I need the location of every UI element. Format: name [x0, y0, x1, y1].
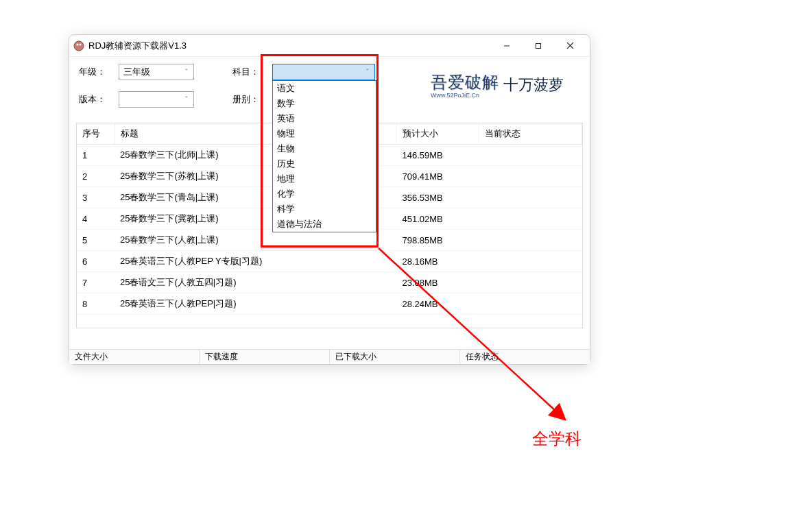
grade-value: 三年级: [123, 66, 150, 78]
cell-status: [479, 145, 582, 166]
status-dl-size: 已下载大小: [330, 350, 460, 364]
cell-size: 798.85MB: [397, 230, 479, 251]
chevron-down-icon: ˇ: [181, 69, 192, 76]
chevron-down-icon: ˇ: [362, 69, 373, 76]
grade-label: 年级：: [79, 66, 113, 78]
subject-option[interactable]: 英语: [273, 111, 376, 126]
subject-option[interactable]: 历史: [273, 156, 376, 171]
status-bar: 文件大小 下载速度 已下载大小 任务状态: [69, 349, 590, 364]
cell-status: [479, 187, 582, 208]
cell-status: [479, 251, 582, 272]
logo-right: 十万菠萝: [503, 75, 564, 95]
subject-label: 科目：: [232, 66, 267, 78]
version-label: 版本：: [79, 93, 113, 106]
status-task-status: 任务状态: [460, 350, 590, 364]
titlebar: RDJ教辅资源下载器V1.3: [69, 35, 590, 57]
close-button[interactable]: [554, 36, 586, 56]
cell-size: 451.02MB: [397, 208, 479, 230]
subject-option[interactable]: 化学: [273, 186, 376, 202]
cell-status: [479, 230, 582, 251]
cell-idx: 1: [77, 145, 115, 166]
header-idx[interactable]: 序号: [77, 123, 115, 145]
status-file-size: 文件大小: [69, 350, 200, 364]
window-controls: [491, 36, 586, 56]
subject-dropdown: 语文数学英语物理生物历史地理化学科学道德与法治: [272, 80, 376, 232]
subject-option[interactable]: 语文: [273, 81, 376, 96]
cell-status: [479, 272, 582, 293]
grade-select[interactable]: 三年级 ˇ: [119, 64, 194, 80]
cell-idx: 8: [77, 293, 115, 315]
app-window: RDJ教辅资源下载器V1.3 年级： 三年级 ˇ 科目： ˇ: [69, 34, 590, 365]
cell-status: [479, 166, 582, 187]
svg-point-0: [74, 41, 84, 51]
cell-title: 25春语文三下(人教五四|习题): [115, 272, 397, 293]
subject-option[interactable]: 数学: [273, 96, 376, 111]
subject-select[interactable]: ˇ 语文数学英语物理生物历史地理化学科学道德与法治: [272, 64, 375, 80]
cell-size: 356.53MB: [397, 187, 479, 208]
cell-title: 25春数学三下(人教|上课): [115, 230, 397, 251]
cell-idx: 7: [77, 272, 115, 293]
subject-option[interactable]: 地理: [273, 171, 376, 186]
logo-sub: Www.52PoJiE.Cn: [431, 92, 499, 99]
annotation-label: 全学科: [532, 428, 582, 450]
cell-title: 25春英语三下(人教PEP|习题): [115, 293, 397, 315]
subject-option[interactable]: 生物: [273, 141, 376, 156]
volume-label: 册别：: [232, 93, 267, 106]
minimize-button[interactable]: [491, 36, 523, 56]
cell-status: [479, 208, 582, 230]
svg-point-1: [77, 43, 79, 45]
cell-status: [479, 293, 582, 315]
filters: 年级： 三年级 ˇ 科目： ˇ 语文数学英语物理生物历史地理化学科学道德与法治 …: [69, 57, 590, 123]
cell-size: 28.16MB: [397, 251, 479, 272]
subject-option[interactable]: 科学: [273, 202, 376, 217]
logo-main: 吾爱破解: [431, 73, 499, 91]
app-icon: [73, 40, 84, 51]
subject-option[interactable]: 物理: [273, 126, 376, 141]
maximize-button[interactable]: [523, 36, 554, 56]
window-title: RDJ教辅资源下载器V1.3: [88, 40, 491, 52]
cell-idx: 5: [77, 230, 115, 251]
status-dl-speed: 下载速度: [200, 350, 330, 364]
table-row[interactable]: 625春英语三下(人教PEP Y专版|习题)28.16MB: [77, 251, 582, 272]
table-row[interactable]: 825春英语三下(人教PEP|习题)28.24MB: [77, 293, 582, 315]
cell-idx: 2: [77, 166, 115, 187]
svg-rect-4: [536, 43, 541, 48]
table-row[interactable]: 525春数学三下(人教|上课)798.85MB: [77, 230, 582, 251]
cell-idx: 4: [77, 208, 115, 230]
cell-size: 23.08MB: [397, 272, 479, 293]
cell-size: 146.59MB: [397, 145, 479, 166]
header-size[interactable]: 预计大小: [397, 123, 479, 145]
svg-point-2: [80, 43, 82, 45]
chevron-down-icon: ˇ: [181, 96, 192, 104]
version-select[interactable]: ˇ: [119, 91, 194, 108]
cell-idx: 6: [77, 251, 115, 272]
cell-size: 709.41MB: [397, 166, 479, 187]
cell-title: 25春英语三下(人教PEP Y专版|习题): [115, 251, 397, 272]
cell-size: 28.24MB: [397, 293, 479, 315]
subject-option[interactable]: 道德与法治: [273, 217, 376, 232]
logo-area: 吾爱破解 Www.52PoJiE.Cn 十万菠萝: [418, 65, 576, 105]
table-row[interactable]: 725春语文三下(人教五四|习题)23.08MB: [77, 272, 582, 293]
header-status[interactable]: 当前状态: [479, 123, 582, 145]
cell-idx: 3: [77, 187, 115, 208]
